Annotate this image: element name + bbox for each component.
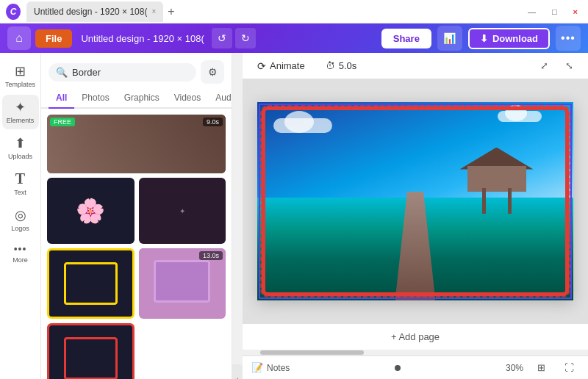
undo-redo-group: ↺ ↻ bbox=[212, 28, 256, 48]
search-icon: 🔍 bbox=[56, 67, 68, 78]
canvas-tools-right: ⤢ ⤡ bbox=[534, 56, 579, 76]
grid-icon: ⊞ bbox=[537, 362, 545, 373]
more-icon: ••• bbox=[561, 32, 576, 45]
add-page-bar: + Add page bbox=[243, 323, 588, 350]
uploads-icon: ⬆ bbox=[15, 135, 26, 151]
status-bar: 📝 Notes 30% ⊞ ⛶ bbox=[243, 355, 588, 379]
horizontal-scrollbar[interactable] bbox=[243, 350, 588, 355]
close-button[interactable]: × bbox=[569, 6, 582, 18]
animate-icon: ⟳ bbox=[257, 60, 266, 72]
tab-graphics[interactable]: Graphics bbox=[117, 88, 167, 109]
home-icon: ⌂ bbox=[15, 32, 23, 45]
panel-collapse-button[interactable]: ‹ bbox=[232, 364, 243, 379]
undo-icon: ↺ bbox=[218, 32, 226, 44]
animate-button[interactable]: ⟳ Animate bbox=[251, 57, 311, 75]
elements-icon: ✦ bbox=[15, 99, 26, 115]
duration-badge-2: 13.0s bbox=[199, 251, 223, 260]
title-bar: C Untitled design - 1920 × 108( × + — □ … bbox=[0, 0, 588, 24]
sidebar-item-templates[interactable]: ⊞ Templates bbox=[2, 59, 39, 93]
text-label: Text bbox=[14, 189, 26, 197]
canvas-page[interactable] bbox=[257, 102, 573, 300]
panel-tabs: All Photos Graphics Videos Audio bbox=[41, 88, 232, 109]
minimize-button[interactable]: — bbox=[523, 6, 540, 18]
hut-stilts-left bbox=[482, 188, 486, 214]
canvas-toolbar: ⟳ Animate ⏱ 5.0s ⤢ ⤡ bbox=[243, 53, 588, 79]
result-item-6[interactable] bbox=[47, 323, 135, 379]
search-input[interactable] bbox=[72, 67, 189, 78]
result-item-3[interactable]: ✦ bbox=[139, 178, 226, 244]
notes-label: Notes bbox=[267, 363, 290, 373]
page-indicator bbox=[395, 365, 401, 371]
zoom-button[interactable]: ⤡ bbox=[559, 56, 579, 76]
cloud-1 bbox=[273, 118, 332, 133]
tab-title: Untitled design - 1920 × 108( bbox=[34, 7, 147, 17]
canva-logo-mark: C bbox=[6, 4, 21, 20]
tab-photos[interactable]: Photos bbox=[74, 88, 116, 109]
sidebar-item-more[interactable]: ••• More bbox=[2, 239, 39, 269]
result-item-1[interactable]: FREE 9.0s bbox=[47, 115, 226, 173]
duration-badge: 9.0s bbox=[203, 118, 223, 126]
tab-audio[interactable]: Audio bbox=[208, 88, 232, 109]
browser-tab[interactable]: Untitled design - 1920 × 108( × bbox=[26, 1, 163, 22]
status-center bbox=[290, 365, 506, 371]
menu-bar: ⌂ File Untitled design - 1920 × 108( ↺ ↻… bbox=[0, 24, 588, 53]
elements-label: Elements bbox=[7, 117, 35, 125]
analytics-button[interactable]: 📊 bbox=[437, 26, 462, 51]
notes-button[interactable]: 📝 Notes bbox=[251, 362, 290, 373]
chevron-left-icon: ‹ bbox=[236, 375, 238, 380]
undo-button[interactable]: ↺ bbox=[212, 28, 232, 48]
timer-label: 5.0s bbox=[339, 60, 357, 71]
download-icon: ⬇ bbox=[480, 33, 488, 44]
canvas-hut bbox=[467, 148, 526, 192]
redo-button[interactable]: ↻ bbox=[235, 28, 256, 48]
design-title: Untitled design - 1920 × 108( bbox=[81, 33, 204, 44]
logos-label: Logos bbox=[11, 225, 29, 233]
fit-icon: ⤢ bbox=[540, 60, 548, 71]
filter-button[interactable]: ⚙ bbox=[201, 60, 224, 84]
home-button[interactable]: ⌂ bbox=[7, 26, 31, 50]
file-menu-button[interactable]: File bbox=[35, 29, 72, 48]
timer-button[interactable]: ⏱ 5.0s bbox=[320, 57, 363, 74]
free-badge: FREE bbox=[50, 118, 75, 126]
result-item-2[interactable]: 🌸 bbox=[47, 178, 135, 244]
search-input-wrap[interactable]: 🔍 bbox=[49, 63, 196, 82]
left-panel: 🔍 ⚙ All Photos Graphics Videos Audio bbox=[41, 53, 232, 379]
sidebar-item-logos[interactable]: ◎ Logos bbox=[2, 203, 39, 237]
redo-icon: ↻ bbox=[241, 32, 250, 44]
menu-right-actions: Share 📊 ⬇ Download ••• bbox=[381, 26, 581, 51]
sidebar-item-elements[interactable]: ✦ Elements bbox=[2, 95, 39, 129]
panel-content: FREE 9.0s 🌸 ✦ bbox=[41, 109, 232, 379]
hut-stilts-right bbox=[508, 188, 512, 214]
tab-videos[interactable]: Videos bbox=[167, 88, 208, 109]
add-tab-button[interactable]: + bbox=[168, 5, 174, 18]
result-item-5[interactable]: 13.0s bbox=[139, 248, 226, 319]
sidebar-item-text[interactable]: T Text bbox=[2, 166, 39, 201]
more-options-button[interactable]: ••• bbox=[556, 26, 581, 51]
notes-icon: 📝 bbox=[251, 362, 263, 373]
templates-icon: ⊞ bbox=[15, 63, 26, 79]
main-layout: ⊞ Templates ✦ Elements ⬆ Uploads T Text … bbox=[0, 53, 588, 379]
share-button[interactable]: Share bbox=[381, 29, 431, 48]
search-results-grid: FREE 9.0s 🌸 ✦ bbox=[47, 115, 226, 379]
fit-to-screen-button[interactable]: ⤢ bbox=[534, 56, 554, 76]
text-icon: T bbox=[15, 170, 25, 187]
fullscreen-button[interactable]: ⛶ bbox=[559, 358, 579, 378]
download-label: Download bbox=[492, 33, 538, 44]
grid-view-button[interactable]: ⊞ bbox=[531, 358, 551, 378]
zoom-percentage: 30% bbox=[506, 363, 523, 373]
tab-close-icon[interactable]: × bbox=[151, 7, 156, 15]
result-item-4[interactable] bbox=[47, 248, 135, 319]
canvas-area: ⟳ Animate ⏱ 5.0s ⤢ ⤡ bbox=[243, 53, 588, 379]
add-page-button[interactable]: + Add page bbox=[391, 331, 440, 342]
more-icon: ••• bbox=[14, 243, 27, 255]
window-controls: — □ × bbox=[523, 6, 582, 18]
cloud-2 bbox=[498, 111, 542, 122]
maximize-button[interactable]: □ bbox=[548, 6, 562, 18]
analytics-icon: 📊 bbox=[443, 32, 456, 44]
fullscreen-icon: ⛶ bbox=[564, 362, 574, 373]
canvas-workspace[interactable] bbox=[243, 79, 588, 323]
tab-all[interactable]: All bbox=[49, 88, 74, 109]
sidebar-item-uploads[interactable]: ⬆ Uploads bbox=[2, 131, 39, 165]
more-label: More bbox=[12, 256, 28, 264]
download-button[interactable]: ⬇ Download bbox=[468, 28, 550, 49]
